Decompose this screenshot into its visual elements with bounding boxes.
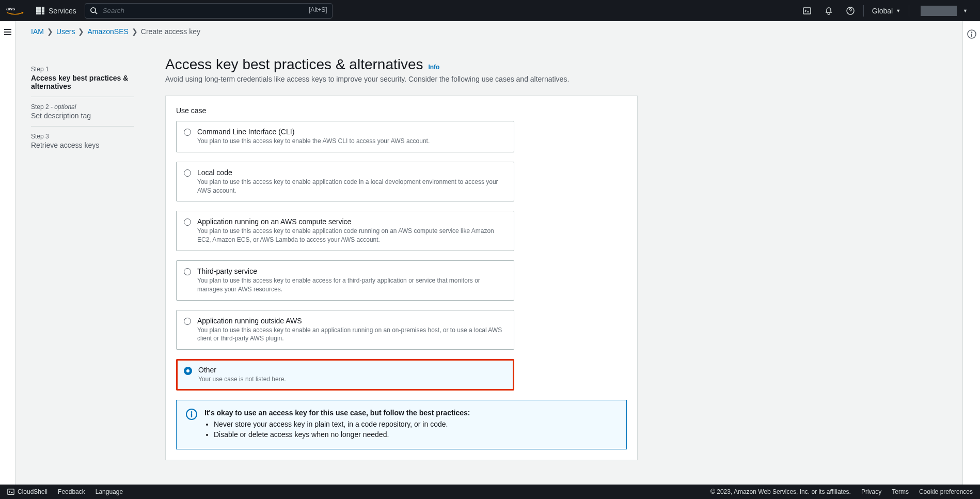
- chevron-right-icon: ❯: [132, 27, 138, 36]
- svg-point-12: [971, 32, 972, 33]
- svg-text:aws: aws: [6, 6, 15, 11]
- nav-right: Global ▼ ▼: [796, 0, 974, 21]
- breadcrumb-current: Create access key: [141, 27, 200, 36]
- step-title: Set description tag: [31, 112, 134, 120]
- region-label: Global: [872, 7, 893, 15]
- radio-cli[interactable]: Command Line Interface (CLI) You plan to…: [176, 121, 514, 152]
- info-title: It's okay to use an access key for this …: [204, 409, 470, 417]
- hamburger-icon[interactable]: [4, 28, 12, 36]
- info-panel-icon[interactable]: [967, 29, 976, 485]
- top-nav: aws Services [Alt+S] Global ▼ ▼: [0, 0, 980, 21]
- radio-desc: You plan to use this access key to enabl…: [197, 326, 507, 344]
- step-number: Step 1: [31, 66, 134, 73]
- radio-icon: [184, 318, 191, 325]
- search-shortcut: [Alt+S]: [309, 6, 327, 13]
- radio-icon: [184, 367, 192, 375]
- radio-icon: [184, 268, 191, 275]
- wizard-step-1[interactable]: Step 1 Access key best practices & alter…: [31, 59, 134, 97]
- grid-icon: [36, 7, 44, 15]
- page-subtitle: Avoid using long-term credentials like a…: [165, 75, 640, 83]
- search-icon: [90, 7, 98, 14]
- radio-title: Third-party service: [197, 267, 507, 275]
- svg-point-9: [191, 411, 193, 413]
- right-help-panel: [962, 21, 980, 485]
- radio-desc: Your use case is not listed here.: [198, 375, 286, 384]
- radio-third-party[interactable]: Third-party service You plan to use this…: [176, 260, 514, 301]
- search-input[interactable]: [85, 3, 333, 19]
- help-icon[interactable]: [840, 0, 861, 21]
- svg-rect-10: [191, 413, 192, 417]
- services-button[interactable]: Services: [31, 0, 82, 21]
- wizard-step-2[interactable]: Step 2 - optional Set description tag: [31, 97, 134, 127]
- radio-icon: [184, 129, 191, 136]
- radio-title: Local code: [197, 168, 507, 177]
- radio-outside-aws[interactable]: Application running outside AWS You plan…: [176, 310, 514, 350]
- breadcrumb-user[interactable]: AmazonSES: [87, 27, 128, 36]
- page-title: Access key best practices & alternatives: [165, 56, 423, 72]
- chevron-right-icon: ❯: [47, 27, 53, 36]
- radio-title: Application running on an AWS compute se…: [197, 217, 507, 226]
- radio-title: Application running outside AWS: [197, 317, 507, 325]
- wizard-nav: Step 1 Access key best practices & alter…: [31, 56, 134, 460]
- svg-rect-3: [803, 8, 811, 14]
- info-icon: [186, 409, 197, 420]
- step-number: Step 3: [31, 133, 134, 140]
- info-item: Never store your access key in plain tex…: [214, 420, 470, 428]
- account-name-redacted: [921, 6, 957, 16]
- svg-line-2: [95, 12, 97, 14]
- best-practices-info: It's okay to use an access key for this …: [176, 400, 627, 449]
- sidebar-collapse: [0, 21, 15, 485]
- wizard-step-3[interactable]: Step 3 Retrieve access keys: [31, 127, 134, 155]
- notifications-icon[interactable]: [818, 0, 840, 21]
- cloudshell-icon[interactable]: [796, 0, 818, 21]
- info-link[interactable]: Info: [428, 64, 439, 71]
- breadcrumb-iam[interactable]: IAM: [31, 27, 44, 36]
- services-label: Services: [49, 7, 76, 15]
- radio-local-code[interactable]: Local code You plan to use this access k…: [176, 162, 514, 202]
- radio-other[interactable]: Other Your use case is not listed here.: [176, 359, 514, 391]
- search-wrap: [Alt+S]: [85, 3, 333, 19]
- region-selector[interactable]: Global ▼: [866, 7, 907, 15]
- radio-desc: You plan to use this access key to enabl…: [197, 276, 507, 294]
- info-list: Never store your access key in plain tex…: [214, 420, 470, 439]
- radio-title: Command Line Interface (CLI): [197, 128, 430, 136]
- chevron-right-icon: ❯: [78, 27, 84, 36]
- breadcrumb: IAM ❯ Users ❯ AmazonSES ❯ Create access …: [31, 21, 962, 36]
- svg-point-1: [91, 7, 96, 12]
- aws-logo[interactable]: aws: [6, 6, 24, 16]
- radio-icon: [184, 169, 191, 177]
- radio-title: Other: [198, 366, 286, 374]
- step-title: Retrieve access keys: [31, 141, 134, 149]
- radio-desc: You plan to use this access key to enabl…: [197, 227, 507, 244]
- info-item: Disable or delete access keys when no lo…: [214, 430, 470, 439]
- svg-rect-13: [971, 34, 972, 37]
- step-title: Access key best practices & alternatives: [31, 74, 134, 90]
- account-menu[interactable]: ▼: [911, 6, 974, 16]
- breadcrumb-users[interactable]: Users: [56, 27, 75, 36]
- content-area: IAM ❯ Users ❯ AmazonSES ❯ Create access …: [15, 21, 962, 485]
- caret-down-icon: ▼: [963, 8, 968, 13]
- radio-aws-compute[interactable]: Application running on an AWS compute se…: [176, 211, 514, 251]
- radio-desc: You plan to use this access key to enabl…: [197, 137, 430, 146]
- main-wrap: IAM ❯ Users ❯ AmazonSES ❯ Create access …: [0, 21, 980, 485]
- radio-icon: [184, 219, 191, 226]
- use-case-card: Use case Command Line Interface (CLI) Yo…: [165, 96, 638, 460]
- radio-desc: You plan to use this access key to enabl…: [197, 178, 507, 195]
- card-heading: Use case: [176, 106, 627, 115]
- main-panel: Access key best practices & alternatives…: [165, 56, 640, 460]
- step-number: Step 2 - optional: [31, 103, 134, 111]
- caret-down-icon: ▼: [896, 8, 900, 13]
